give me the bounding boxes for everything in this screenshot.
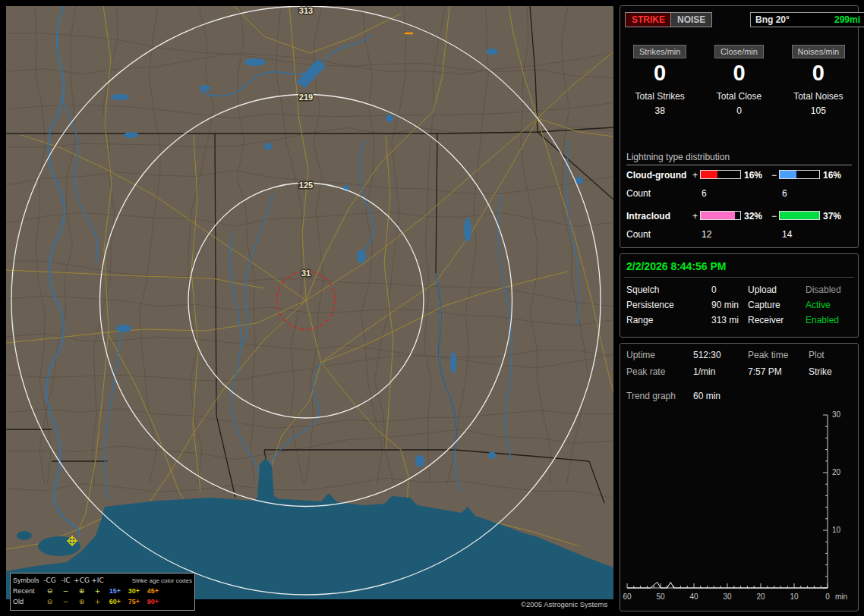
cg-minus-bar-fill xyxy=(780,171,796,178)
ic-minus-bar-fill xyxy=(780,212,819,219)
x-tick-10: 10 xyxy=(790,592,799,601)
x-tick-30: 30 xyxy=(723,592,732,601)
age-15: 15+ xyxy=(106,587,125,595)
pos-cg-old-icon: ⊕ xyxy=(74,598,90,605)
cloud-ground-count-row: Count 6 6 xyxy=(620,188,858,200)
legend-age-header: Strike age color codes xyxy=(106,577,192,584)
receiver-status: Enabled xyxy=(806,315,839,325)
total-close-label: Total Close xyxy=(699,91,778,102)
upload-label: Upload xyxy=(748,284,777,295)
trend-window-value: 60 min xyxy=(693,391,721,401)
legend-old-label: Old xyxy=(13,598,42,605)
distribution-title: Lightning type distribution xyxy=(626,152,852,165)
neg-cg-old-icon: ⊖ xyxy=(42,598,58,605)
legend-old-row: Old ⊖ − ⊕ + 60+ 75+ 90+ xyxy=(13,596,192,607)
trend-axes xyxy=(627,415,828,588)
pos-ic-old-icon: + xyxy=(90,598,106,605)
peak-rate-row: Peak rate 1/min 7:57 PM Strike xyxy=(620,366,858,379)
noises-per-min-value: 0 xyxy=(779,61,858,84)
total-strikes-label: Total Strikes xyxy=(620,91,699,102)
x-tick-20: 20 xyxy=(756,592,765,601)
x-tick-60: 60 xyxy=(623,592,632,601)
neg-ic-old-icon: − xyxy=(58,598,74,605)
close-counter: Close/min 0 Total Close 0 xyxy=(699,44,778,116)
range-label: Range xyxy=(626,315,653,325)
strike-stats-panel: STRIKE NOISE Bng 20° 299mi Strikes/min 0… xyxy=(620,5,859,248)
strikes-per-min-chip[interactable]: Strikes/min xyxy=(633,45,686,58)
capture-status: Active xyxy=(806,300,831,310)
noise-mode-button[interactable]: NOISE xyxy=(670,12,712,27)
age-45: 45+ xyxy=(143,587,162,595)
age-30: 30+ xyxy=(125,587,143,595)
intracloud-label: Intracloud xyxy=(626,211,670,222)
cloud-ground-row: Cloud-ground + 16% − 16% xyxy=(620,170,858,182)
trend-graph-row: Trend graph 60 min xyxy=(620,391,858,403)
cg-plus-bar-fill xyxy=(701,171,717,178)
lightning-map[interactable]: 313 219 125 31 xyxy=(6,6,613,599)
legend-col-pos-ic: +IC xyxy=(90,577,106,584)
ring-label-313: 313 xyxy=(299,6,313,15)
persistence-value: 90 min xyxy=(711,300,739,310)
noises-counter: Noises/min 0 Total Noises 105 xyxy=(779,44,858,116)
pos-cg-recent-icon: ⊕ xyxy=(74,587,90,595)
trend-graph-label: Trend graph xyxy=(626,391,676,401)
range-value: 313 mi xyxy=(711,315,739,325)
receiver-settings-panel: 2/2/2026 8:44:56 PM Squelch 0 Upload Dis… xyxy=(620,253,859,338)
cg-plus-bar xyxy=(700,170,741,179)
ring-label-219: 219 xyxy=(299,93,313,102)
strikes-counter: Strikes/min 0 Total Strikes 38 xyxy=(620,44,699,116)
legend: Symbols -CG -IC +CG +IC Strike age color… xyxy=(10,573,195,611)
squelch-row: Squelch 0 Upload Disabled xyxy=(620,284,858,297)
close-per-min-chip[interactable]: Close/min xyxy=(714,45,764,58)
plot-label: Plot xyxy=(809,350,825,360)
age-90: 90+ xyxy=(143,598,162,605)
minus-sign: − xyxy=(771,211,777,222)
x-tick-40: 40 xyxy=(689,592,698,601)
persistence-label: Persistence xyxy=(626,300,674,310)
ring-label-125: 125 xyxy=(299,181,313,190)
neg-cg-recent-icon: ⊖ xyxy=(42,587,58,595)
y-tick-10: 10 xyxy=(832,526,841,534)
strike-mode-button[interactable]: STRIKE xyxy=(625,12,672,27)
trend-ticks xyxy=(627,415,828,588)
legend-recent-row: Recent ⊖ − ⊕ + 15+ 30+ 45+ xyxy=(13,586,192,596)
uptime-row: Uptime 512:30 Peak time Plot xyxy=(620,350,858,362)
ic-minus-count: 14 xyxy=(782,229,792,240)
pos-ic-recent-icon: + xyxy=(90,587,106,595)
x-unit-label: min xyxy=(835,592,847,601)
plus-sign: + xyxy=(692,211,698,222)
cg-plus-count: 6 xyxy=(702,188,707,199)
noises-per-min-chip[interactable]: Noises/min xyxy=(792,45,845,58)
rate-counters: Strikes/min 0 Total Strikes 38 Close/min… xyxy=(620,44,858,116)
plot-value: Strike xyxy=(809,366,832,377)
peak-time-value: 7:57 PM xyxy=(748,366,782,377)
legend-col-pos-cg: +CG xyxy=(74,577,90,584)
x-tick-0: 0 xyxy=(825,592,830,601)
peak-rate-label: Peak rate xyxy=(626,366,665,377)
bearing-label: Bng 20° xyxy=(755,14,790,25)
legend-symbols-header: Symbols xyxy=(13,577,42,584)
upload-status: Disabled xyxy=(806,284,841,295)
persistence-row: Persistence 90 min Capture Active xyxy=(620,300,858,312)
count-label: Count xyxy=(626,229,651,240)
ic-minus-bar xyxy=(779,211,820,220)
trend-labels: 60 50 40 30 20 10 0 min 30 20 10 xyxy=(623,410,847,601)
uptime-label: Uptime xyxy=(626,350,655,360)
cg-minus-count: 6 xyxy=(782,188,787,199)
squelch-value: 0 xyxy=(711,284,717,295)
bearing-readout[interactable]: Bng 20° 299mi xyxy=(750,12,864,27)
trend-graph[interactable]: 60 50 40 30 20 10 0 min 30 20 10 xyxy=(621,407,858,609)
intracloud-count-row: Count 12 14 xyxy=(620,229,858,241)
ic-plus-count: 12 xyxy=(702,229,711,240)
datetime-display: 2/2/2026 8:44:56 PM xyxy=(626,260,727,272)
range-row: Range 313 mi Receiver Enabled xyxy=(620,315,858,327)
peak-rate-value: 1/min xyxy=(693,366,715,377)
intracloud-row: Intracloud + 32% − 37% xyxy=(620,211,858,223)
ic-plus-bar-fill xyxy=(701,212,735,219)
separator xyxy=(624,277,854,278)
cloud-ground-label: Cloud-ground xyxy=(626,170,686,181)
ic-plus-pct: 32% xyxy=(744,211,762,222)
total-strikes-value: 38 xyxy=(620,105,699,116)
plus-sign: + xyxy=(692,170,698,181)
y-tick-20: 20 xyxy=(832,468,841,476)
